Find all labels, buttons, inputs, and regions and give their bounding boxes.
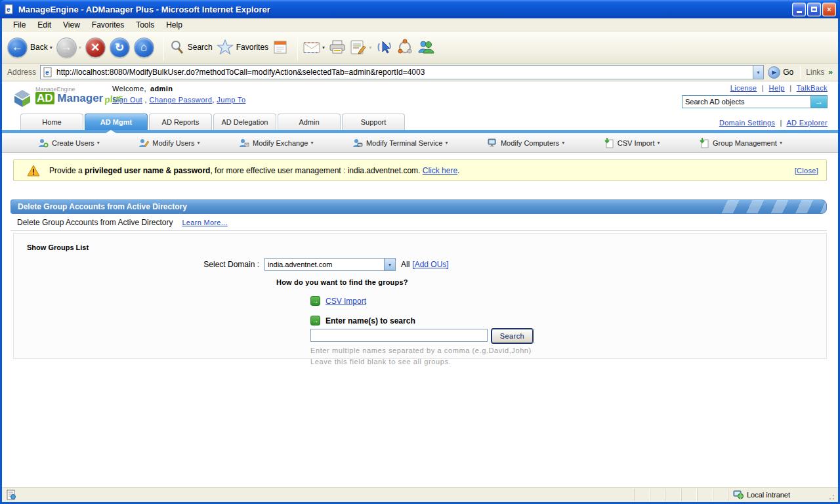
- links-toolbar[interactable]: Links »: [803, 68, 835, 77]
- change-password-link[interactable]: Change Password: [149, 96, 212, 104]
- notice-close-link[interactable]: [Close]: [795, 167, 818, 175]
- domain-settings-link[interactable]: Domain Settings: [719, 119, 775, 127]
- ie-page-icon: e: [4, 4, 14, 14]
- chevron-down-icon: ▾: [780, 140, 782, 146]
- chevron-icon[interactable]: »: [828, 68, 833, 77]
- csv-import-link[interactable]: CSV Import: [326, 297, 366, 306]
- messenger-button[interactable]: [417, 39, 434, 55]
- close-button[interactable]: ×: [822, 3, 836, 16]
- toolbar-separator: [297, 34, 298, 60]
- menu-edit[interactable]: Edit: [32, 19, 57, 31]
- separator-text: ,: [144, 96, 146, 104]
- menu-favorites[interactable]: Favorites: [86, 19, 130, 31]
- search-button[interactable]: Search: [492, 329, 533, 343]
- history-button[interactable]: [272, 39, 288, 55]
- address-input[interactable]: [41, 66, 753, 79]
- jump-to-link[interactable]: Jump To: [217, 96, 245, 104]
- chevron-down-icon: ▾: [310, 140, 313, 146]
- hint-blank: Leave this field blank to see all groups…: [310, 358, 451, 366]
- action-ribbon: Create Users▾ Modify Users▾ Modify Excha…: [2, 133, 838, 153]
- discuss-pointer-icon: [375, 39, 392, 55]
- history-calendar-icon: [272, 39, 288, 55]
- sign-out-link[interactable]: Sign Out: [112, 96, 142, 104]
- address-dropdown-icon[interactable]: ▾: [753, 66, 764, 79]
- mail-dropdown-icon[interactable]: ▾: [322, 45, 325, 51]
- modify-users-icon: [138, 138, 149, 148]
- favorites-button[interactable]: Favorites: [217, 39, 268, 55]
- refresh-button[interactable]: ↻: [110, 37, 130, 58]
- print-button[interactable]: [329, 39, 346, 55]
- tab-ad-delegation[interactable]: AD Delegation: [213, 114, 276, 130]
- research-button[interactable]: [396, 39, 413, 56]
- tab-support[interactable]: Support: [342, 114, 405, 130]
- find-groups-question: How do you want to find the groups?: [276, 278, 408, 286]
- ad-search: →: [682, 95, 828, 108]
- toolbar-separator: [163, 34, 164, 60]
- license-link[interactable]: License: [730, 84, 757, 92]
- security-zone-pane: Local intranet: [728, 489, 827, 501]
- modify-computers-menu[interactable]: Modify Computers▾: [487, 138, 564, 148]
- edit-button[interactable]: ▾: [350, 39, 371, 56]
- csv-import-option: → CSV Import: [310, 296, 366, 306]
- resize-grip[interactable]: [828, 489, 836, 501]
- notice-text: Provide a privileged user name & passwor…: [49, 166, 459, 175]
- back-icon: ←: [7, 37, 28, 58]
- welcome-block: Welcome,admin Sign Out , Change Password…: [112, 85, 245, 104]
- modify-terminal-service-menu[interactable]: Modify Terminal Service▾: [352, 138, 448, 148]
- menu-view[interactable]: View: [57, 19, 86, 31]
- edit-document-icon: [350, 39, 367, 56]
- modify-users-menu[interactable]: Modify Users▾: [138, 138, 200, 148]
- talkback-link[interactable]: TalkBack: [797, 84, 828, 92]
- group-management-menu[interactable]: Group Management▾: [699, 138, 782, 148]
- maximize-icon: [811, 7, 817, 12]
- status-pane: [713, 489, 728, 501]
- tab-ad-reports[interactable]: AD Reports: [149, 114, 212, 130]
- edit-dropdown-icon: ▾: [369, 45, 371, 51]
- menu-tools[interactable]: Tools: [130, 19, 160, 31]
- decorative-stripes: [715, 200, 826, 213]
- session-links: Sign Out , Change Password, Jump To: [112, 96, 245, 104]
- page-content: ManageEngine AD Managerplus Welcome,admi…: [2, 81, 838, 486]
- tab-admin[interactable]: Admin: [278, 114, 341, 130]
- learn-more-link[interactable]: Learn More...: [182, 219, 227, 226]
- group-names-input[interactable]: [310, 329, 488, 342]
- tab-ad-mgmt[interactable]: AD Mgmt: [85, 114, 148, 130]
- home-button[interactable]: ⌂: [134, 37, 154, 58]
- discuss-button[interactable]: [375, 39, 392, 55]
- enter-names-option: → Enter name(s) to search: [310, 316, 415, 326]
- title-bar: e ManageEngine - ADManager Plus - Micros…: [0, 0, 840, 18]
- go-label: Go: [783, 68, 793, 77]
- domain-select[interactable]: india.adventnet.com ▾: [264, 258, 396, 271]
- tab-home[interactable]: Home: [20, 114, 83, 130]
- section-subtitle-row: Delete Group Accounts from Active Direct…: [10, 214, 827, 231]
- add-ous-link[interactable]: [Add OUs]: [412, 260, 448, 269]
- search-button[interactable]: Search: [169, 39, 213, 55]
- create-users-menu[interactable]: Create Users▾: [38, 138, 100, 148]
- ad-explorer-link[interactable]: AD Explorer: [786, 119, 828, 127]
- notice-banner: Provide a privileged user name & passwor…: [13, 159, 827, 181]
- help-link[interactable]: Help: [769, 84, 785, 92]
- click-here-link[interactable]: Click here: [423, 166, 457, 175]
- maximize-button[interactable]: [807, 3, 821, 16]
- menu-file[interactable]: File: [7, 19, 32, 31]
- minimize-button[interactable]: [792, 3, 806, 16]
- select-domain-label: Select Domain :: [14, 260, 264, 269]
- section-title: Delete Group Accounts from Active Direct…: [18, 202, 187, 211]
- stop-button[interactable]: ✕: [85, 37, 106, 58]
- address-field: e ▾: [40, 65, 764, 79]
- logo-product: AD Managerplus: [35, 92, 123, 104]
- ad-search-submit-button[interactable]: →: [810, 95, 828, 108]
- mail-button[interactable]: ▾: [303, 40, 325, 54]
- go-button[interactable]: ▶ Go: [768, 66, 793, 79]
- back-dropdown-icon[interactable]: ▾: [50, 45, 52, 51]
- menu-help[interactable]: Help: [160, 19, 188, 31]
- ad-search-input[interactable]: [682, 95, 810, 108]
- links-label: Links: [806, 68, 824, 77]
- back-button[interactable]: ← Back ▾: [7, 37, 52, 58]
- forward-button[interactable]: → ▾: [56, 37, 81, 58]
- admanager-logo[interactable]: ManageEngine AD Managerplus: [12, 86, 123, 111]
- modify-exchange-menu[interactable]: Modify Exchange▾: [239, 138, 313, 148]
- utility-block: License | Help | TalkBack →: [682, 84, 828, 108]
- csv-import-menu[interactable]: CSV Import▾: [604, 138, 660, 148]
- tab-underline-bar: [2, 130, 838, 133]
